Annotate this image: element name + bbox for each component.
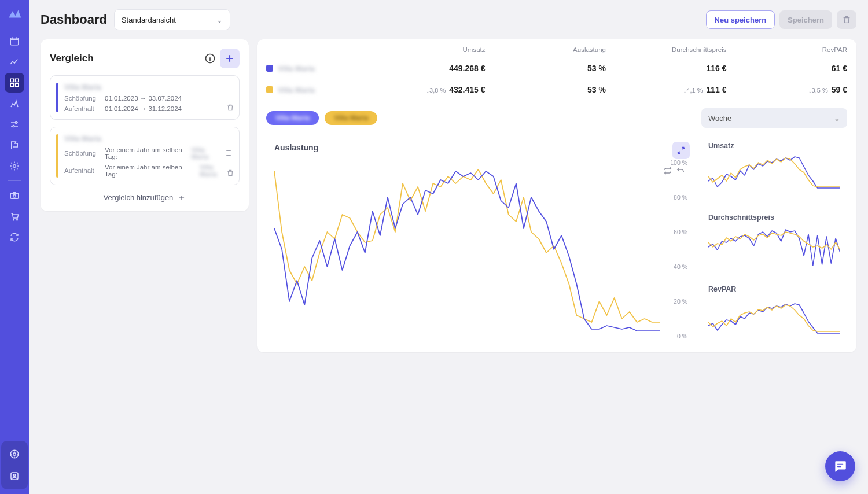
svg-point-6	[13, 126, 14, 127]
auslastung-value: 53 %	[486, 64, 606, 73]
svg-point-5	[16, 122, 17, 124]
header-umsatz: Umsatz	[365, 46, 486, 53]
revpar-value: 61 €	[727, 64, 848, 73]
main-chart-title: Auslastung	[274, 143, 687, 152]
delete-card-button[interactable]	[226, 104, 234, 113]
mini-chart-umsatz[interactable]: Umsatz	[701, 136, 847, 202]
compare-title: Vergleich	[50, 53, 94, 64]
color-swatch-yellow	[266, 86, 273, 93]
svg-point-13	[13, 453, 16, 456]
chevron-down-icon: ⌄	[216, 16, 223, 24]
summary-header: Umsatz Auslastung Durchschnittspreis Rev…	[266, 39, 847, 58]
nav-analytics[interactable]	[5, 52, 24, 72]
svg-rect-8	[10, 193, 19, 198]
compare-card-2: Villa Maria Schöpfung Vor einem Jahr am …	[50, 127, 240, 185]
creation-label: Schöpfung	[64, 150, 100, 157]
adr-value: 111 €	[706, 85, 726, 94]
page-title: Dashboard	[41, 12, 107, 27]
nav-camera[interactable]	[5, 186, 24, 205]
svg-rect-17	[226, 151, 231, 156]
creation-prefix: Vor einem Jahr am selben Tag:	[105, 146, 186, 160]
nav-help[interactable]	[5, 444, 24, 464]
filter-pill-blue[interactable]: Villa Maria	[266, 111, 319, 125]
mini-chart-adr[interactable]: Durchschnittspreis	[701, 208, 847, 274]
mini-title: RevPAR	[708, 285, 840, 293]
nav-flag[interactable]	[5, 135, 24, 155]
adr-value: 116 €	[606, 64, 727, 73]
svg-point-10	[13, 219, 14, 220]
svg-point-7	[13, 165, 16, 168]
save-button[interactable]: Speichern	[779, 10, 832, 29]
header-adr: Durchschnittspreis	[606, 46, 727, 53]
summary-panel: Umsatz Auslastung Durchschnittspreis Rev…	[257, 39, 856, 352]
calendar-icon	[225, 149, 232, 157]
mini-chart-svg	[708, 224, 840, 270]
topbar: Dashboard Standardansicht ⌄ Neu speicher…	[41, 9, 856, 30]
mini-title: Umsatz	[708, 142, 840, 150]
umsatz-delta: 3,8 %	[426, 87, 446, 94]
stay-label: Aufenthalt	[64, 167, 100, 174]
delete-card-button[interactable]	[226, 169, 234, 179]
revpar-value: 59 €	[832, 85, 847, 94]
filter-pill-yellow[interactable]: Villa Maria	[325, 111, 377, 125]
expand-chart-button[interactable]	[672, 142, 690, 159]
svg-point-11	[17, 219, 18, 220]
add-compare-link[interactable]: Vergleich hinzufügen	[50, 193, 240, 202]
compare-card-1: Villa Maria Schöpfung 01.01.2023 → 03.07…	[50, 75, 240, 120]
mini-chart-revpar[interactable]: RevPAR	[701, 279, 847, 345]
view-select-label: Standardansicht	[122, 16, 176, 24]
stay-label: Aufenthalt	[64, 105, 100, 112]
svg-rect-0	[10, 38, 19, 45]
add-compare-label: Vergleich hinzufügen	[104, 193, 174, 202]
creation-value: 01.01.2023 → 03.07.2024	[105, 95, 182, 102]
nav-calendar[interactable]	[5, 31, 24, 51]
nav-settings[interactable]	[5, 156, 24, 176]
sidebar	[0, 0, 29, 494]
filter-bar: Villa Maria Villa Maria Woche ⌄	[266, 100, 847, 136]
compare-panel: Vergleich Villa Maria Schöpfung	[41, 39, 249, 211]
plus-icon	[178, 194, 186, 202]
compare-card-name: Villa Maria	[64, 134, 232, 143]
main-chart-svg	[274, 163, 660, 336]
header-revpar: RevPAR	[727, 46, 848, 53]
chat-bubble-button[interactable]	[825, 451, 855, 481]
view-select[interactable]: Standardansicht ⌄	[114, 9, 230, 30]
umsatz-value: 432.415 €	[449, 85, 485, 94]
nav-sync[interactable]	[5, 227, 24, 247]
summary-row: Villa Maria 449.268 € 53 % 116 € 61 €	[266, 58, 847, 79]
svg-rect-2	[16, 79, 19, 82]
creation-label: Schöpfung	[64, 95, 100, 102]
main-chart: Auslastung 0 %20 %40 %60 %80 %100 %	[266, 136, 696, 345]
row-name: Villa Maria	[278, 86, 315, 94]
nav-reports[interactable]	[5, 94, 24, 113]
auslastung-value: 53 %	[486, 85, 606, 94]
summary-row: Villa Maria 3,8 %432.415 € 53 % 4,1 %111…	[266, 79, 847, 100]
compare-card-name: Villa Maria	[64, 83, 232, 91]
period-label: Woche	[708, 114, 731, 123]
creation-ref: Villa Maria	[191, 146, 220, 160]
period-select[interactable]: Woche ⌄	[701, 108, 847, 128]
nav-profile[interactable]	[5, 466, 24, 486]
stay-value: 01.01.2024 → 31.12.2024	[105, 105, 182, 112]
mini-title: Durchschnittspreis	[708, 213, 840, 222]
add-compare-button[interactable]	[220, 49, 240, 68]
nav-dashboard[interactable]	[5, 73, 24, 93]
svg-point-15	[13, 474, 16, 477]
mini-chart-svg	[708, 152, 840, 198]
svg-rect-3	[10, 84, 13, 87]
save-new-button[interactable]: Neu speichern	[706, 10, 775, 29]
svg-point-9	[13, 195, 16, 198]
svg-rect-4	[16, 84, 19, 87]
header-auslastung: Auslastung	[486, 46, 606, 53]
umsatz-value: 449.268 €	[365, 64, 486, 73]
delete-button[interactable]	[837, 10, 856, 29]
y-axis-labels: 0 %20 %40 %60 %80 %100 %	[662, 163, 687, 336]
color-swatch-blue	[266, 65, 273, 72]
info-button[interactable]	[200, 49, 220, 68]
color-indicator-yellow	[56, 134, 58, 178]
mini-chart-svg	[708, 296, 840, 342]
adr-delta: 4,1 %	[683, 87, 703, 94]
nav-cart[interactable]	[5, 207, 24, 226]
color-indicator-blue	[56, 83, 58, 112]
nav-sliders[interactable]	[5, 115, 24, 134]
